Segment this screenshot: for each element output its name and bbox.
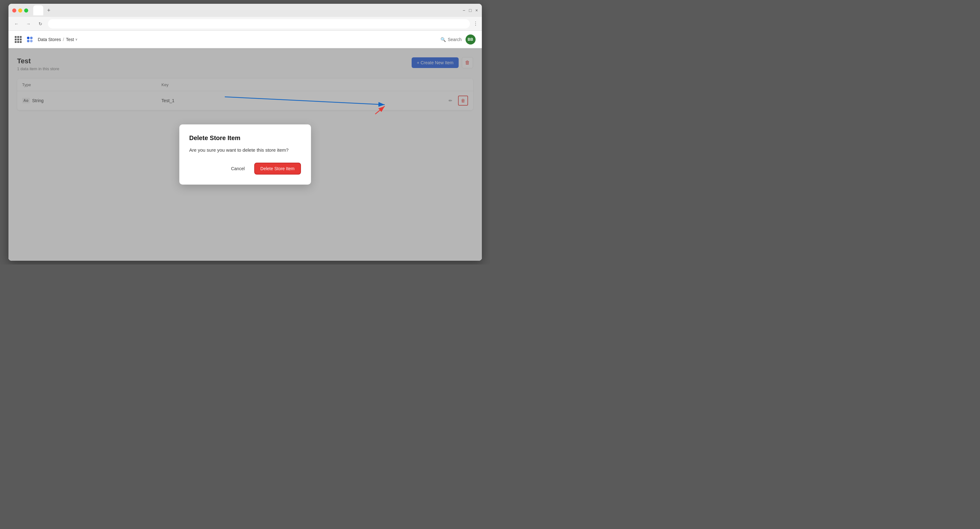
tab-bar: + (33, 5, 460, 15)
browser-menu-button[interactable]: ⋮ (473, 21, 478, 27)
maximize-icon[interactable]: □ (469, 8, 471, 13)
avatar[interactable]: BB (466, 35, 476, 44)
grid-dot (20, 38, 22, 40)
browser-titlebar: + − □ × (8, 4, 482, 17)
breadcrumb-separator: / (63, 37, 64, 42)
grid-dot (20, 41, 22, 43)
browser-tab[interactable] (33, 5, 43, 15)
cancel-button[interactable]: Cancel (225, 163, 250, 175)
window-controls (12, 8, 28, 13)
browser-window: + − □ × ← → ↻ ⋮ (8, 4, 482, 261)
search-area[interactable]: 🔍 Search (441, 37, 461, 42)
close-button[interactable] (12, 8, 16, 13)
minimize-icon[interactable]: − (463, 8, 465, 13)
breadcrumb: Data Stores / Test ∨ (38, 37, 78, 42)
browser-addressbar: ← → ↻ ⋮ (8, 17, 482, 31)
minimize-button[interactable] (18, 8, 22, 13)
search-label: Search (448, 37, 461, 42)
grid-menu-icon[interactable] (15, 36, 22, 43)
forward-button[interactable]: → (24, 19, 33, 28)
grid-dot (15, 36, 17, 38)
svg-point-3 (30, 40, 33, 42)
grid-dot (17, 41, 19, 43)
modal-message: Are you sure you want to delete this sto… (189, 147, 301, 154)
breadcrumb-current[interactable]: Test ∨ (66, 37, 78, 42)
search-icon: 🔍 (441, 37, 446, 42)
svg-line-6 (225, 97, 385, 105)
svg-point-1 (30, 37, 33, 39)
reload-button[interactable]: ↻ (36, 19, 45, 28)
breadcrumb-current-label: Test (66, 37, 74, 42)
grid-dot (17, 36, 19, 38)
modal-dialog: Delete Store Item Are you sure you want … (179, 124, 311, 184)
chevron-down-icon: ∨ (75, 38, 78, 41)
breadcrumb-data-stores[interactable]: Data Stores (38, 37, 61, 42)
confirm-delete-button[interactable]: Delete Store Item (254, 163, 301, 175)
svg-point-2 (27, 40, 29, 42)
back-button[interactable]: ← (12, 19, 21, 28)
address-bar[interactable] (48, 19, 470, 29)
modal-overlay[interactable]: Delete Store Item Are you sure you want … (8, 48, 482, 261)
grid-dot (15, 38, 17, 40)
titlebar-right: − □ × (463, 8, 478, 13)
grid-dot (17, 38, 19, 40)
app-header: Data Stores / Test ∨ 🔍 Search BB (8, 31, 482, 48)
grid-dot (15, 41, 17, 43)
close-icon[interactable]: × (475, 8, 478, 13)
app-content: Data Stores / Test ∨ 🔍 Search BB Test 1 … (8, 31, 482, 261)
app-logo (25, 35, 34, 44)
maximize-button[interactable] (24, 8, 28, 13)
modal-actions: Cancel Delete Store Item (189, 163, 301, 175)
new-tab-button[interactable]: + (45, 6, 53, 15)
svg-line-7 (375, 106, 385, 114)
grid-dot (20, 36, 22, 38)
modal-title: Delete Store Item (189, 135, 301, 141)
svg-point-0 (27, 37, 29, 39)
page-body: Test 1 data item in this store + Create … (8, 48, 482, 261)
